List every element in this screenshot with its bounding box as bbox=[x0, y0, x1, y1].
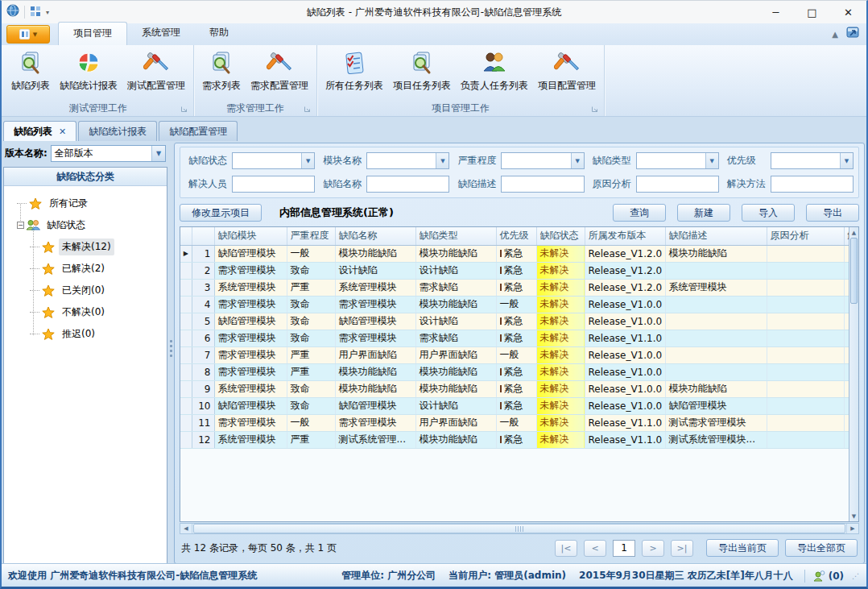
action-button-新建[interactable]: 新建 bbox=[677, 204, 730, 222]
ribbon-tab-2[interactable]: 系统管理 bbox=[127, 22, 195, 45]
table-row[interactable]: 7需求管理模块严重用户界面缺陷用户界面缺陷一般未解决Release_V1.0.0 bbox=[180, 346, 849, 363]
column-header-缺陷模块[interactable]: 缺陷模块 bbox=[214, 227, 287, 245]
filter-select-缺陷类型[interactable]: ▼ bbox=[636, 152, 719, 169]
sidebar-splitter[interactable] bbox=[167, 143, 174, 564]
filter-field-value[interactable] bbox=[502, 176, 583, 192]
scroll-right-icon[interactable]: ▶ bbox=[846, 524, 858, 533]
column-header-缺陷类型[interactable]: 缺陷类型 bbox=[415, 227, 496, 245]
resize-grip-icon[interactable]: ⋰ bbox=[852, 572, 860, 580]
tree-item-缺陷状态[interactable]: −缺陷状态 bbox=[7, 214, 163, 236]
doc-tab-2[interactable]: 缺陷统计报表 bbox=[78, 121, 157, 141]
tree-item-未解决(12)[interactable]: 未解决(12) bbox=[7, 236, 163, 258]
filter-select-优先级[interactable]: ▼ bbox=[771, 152, 854, 169]
version-combobox[interactable]: 全部版本 ▼ bbox=[51, 145, 166, 162]
column-header-严重程度[interactable]: 严重程度 bbox=[287, 227, 335, 245]
filter-field-value[interactable] bbox=[502, 153, 570, 168]
table-row[interactable]: 6需求管理模块致命需求管理模块需求缺陷紧急未解决Release_V1.1.0 bbox=[180, 330, 849, 346]
horizontal-scroll-thumb[interactable] bbox=[193, 524, 845, 533]
horizontal-scrollbar[interactable]: ◀ ▶ bbox=[180, 523, 859, 534]
table-row[interactable]: 4需求管理模块致命需求管理模块模块功能缺陷一般未解决Release_V1.0.0 bbox=[180, 296, 849, 313]
filter-select-缺陷状态[interactable]: ▼ bbox=[232, 152, 315, 169]
filter-field-value[interactable] bbox=[771, 176, 853, 192]
chevron-down-icon[interactable]: ▼ bbox=[436, 153, 448, 168]
table-row[interactable]: ▶1缺陷管理模块一般模块功能缺陷模块功能缺陷紧急未解决Release_V1.2.… bbox=[180, 245, 849, 262]
table-row[interactable]: 8需求管理模块严重模块功能缺陷模块功能缺陷紧急未解决Release_V1.0.0 bbox=[180, 363, 849, 380]
table-row[interactable]: 11需求管理模块一般需求管理模块用户界面缺陷一般未解决Release_V1.1.… bbox=[180, 414, 849, 431]
quick-access-caret-icon[interactable]: ▾ bbox=[46, 9, 49, 16]
tree-item-已解决(2)[interactable]: 已解决(2) bbox=[7, 258, 163, 280]
table-row[interactable]: 12系统管理模块严重测试系统管理...模块功能缺陷紧急未解决Release_V1… bbox=[180, 431, 849, 448]
quick-access-icon[interactable] bbox=[30, 5, 41, 20]
ribbon-button-缺陷列表[interactable]: 缺陷列表 bbox=[6, 48, 55, 94]
action-button-导出[interactable]: 导出 bbox=[806, 204, 859, 222]
column-header-index[interactable] bbox=[192, 227, 214, 245]
minimize-button[interactable]: ─ bbox=[758, 1, 794, 23]
doc-tab-3[interactable]: 缺陷配置管理 bbox=[159, 121, 238, 141]
filter-input-缺陷描述[interactable] bbox=[501, 176, 584, 193]
page-number-input[interactable] bbox=[613, 540, 635, 557]
ribbon-button-所有任务列表[interactable]: 所有任务列表 bbox=[320, 48, 388, 94]
ribbon-button-缺陷统计报表[interactable]: 缺陷统计报表 bbox=[55, 48, 122, 94]
filter-field-value[interactable] bbox=[637, 176, 718, 192]
column-header-原因分析[interactable]: 原因分析 bbox=[767, 227, 844, 245]
table-row[interactable]: 3系统管理模块严重系统管理模块需求缺陷紧急未解决Release_V1.2.0系统… bbox=[180, 279, 849, 296]
filter-field-value[interactable] bbox=[233, 176, 314, 192]
scroll-down-icon[interactable]: ▼ bbox=[849, 511, 858, 521]
filter-field-value[interactable] bbox=[233, 153, 301, 168]
user-person-icon[interactable] bbox=[813, 570, 825, 582]
filter-field-value[interactable] bbox=[637, 153, 705, 168]
modify-columns-button[interactable]: 修改显示项目 bbox=[180, 204, 262, 222]
ribbon-button-项目任务列表[interactable]: 项目任务列表 bbox=[388, 48, 456, 94]
tree-collapse-icon[interactable]: − bbox=[17, 222, 24, 229]
vertical-scroll-thumb[interactable] bbox=[850, 238, 858, 304]
close-button[interactable]: ✕ bbox=[830, 1, 866, 23]
column-header-缺陷名称[interactable]: 缺陷名称 bbox=[335, 227, 415, 245]
filter-input-缺陷名称[interactable] bbox=[366, 176, 449, 193]
ribbon-button-测试配置管理[interactable]: 测试配置管理 bbox=[122, 48, 190, 94]
filter-input-解决方法[interactable] bbox=[771, 176, 854, 193]
ribbon-button-项目配置管理[interactable]: 项目配置管理 bbox=[533, 48, 601, 94]
action-button-导入[interactable]: 导入 bbox=[742, 204, 795, 222]
column-header-优先级[interactable]: 优先级 bbox=[496, 227, 536, 245]
tree-item-已关闭(0)[interactable]: 已关闭(0) bbox=[7, 280, 163, 301]
dialog-launcher-icon[interactable] bbox=[180, 105, 188, 113]
chevron-down-icon[interactable]: ▼ bbox=[705, 153, 718, 168]
filter-field-value[interactable] bbox=[367, 153, 436, 168]
column-header-缺陷描述[interactable]: 缺陷描述 bbox=[665, 227, 767, 245]
prev-page-button[interactable]: < bbox=[584, 540, 606, 557]
tree-item-不解决(0)[interactable]: 不解决(0) bbox=[7, 301, 163, 323]
table-row[interactable]: 5缺陷管理模块致命缺陷管理模块设计缺陷紧急未解决Release_V1.0.0 bbox=[180, 313, 849, 330]
ribbon-tab-3[interactable]: 帮助 bbox=[195, 22, 243, 45]
export-all-pages-button[interactable]: 导出全部页 bbox=[785, 539, 858, 557]
ribbon-button-需求列表[interactable]: 需求列表 bbox=[197, 48, 246, 94]
chevron-down-icon[interactable]: ▼ bbox=[840, 153, 853, 168]
close-tab-icon[interactable]: ✕ bbox=[59, 127, 66, 137]
table-row[interactable]: 2需求管理模块致命设计缺陷设计缺陷紧急未解决Release_V1.2.0 bbox=[180, 262, 849, 279]
tree-item-推迟(0)[interactable]: 推迟(0) bbox=[7, 323, 163, 345]
first-page-button[interactable]: |< bbox=[555, 540, 577, 557]
ribbon-button-需求配置管理[interactable]: 需求配置管理 bbox=[246, 48, 313, 94]
skin-help-icon[interactable] bbox=[846, 26, 860, 42]
ribbon-tab-1[interactable]: 项目管理 bbox=[58, 22, 127, 45]
last-page-button[interactable]: >| bbox=[671, 540, 693, 557]
export-current-page-button[interactable]: 导出当前页 bbox=[706, 539, 779, 557]
collapse-ribbon-icon[interactable]: ▲ bbox=[832, 30, 838, 39]
filter-select-严重程度[interactable]: ▼ bbox=[501, 152, 584, 169]
filter-field-value[interactable] bbox=[367, 176, 448, 192]
filter-input-原因分析[interactable] bbox=[636, 176, 719, 193]
chevron-down-icon[interactable]: ▼ bbox=[301, 153, 314, 168]
tree-item-所有记录[interactable]: 所有记录 bbox=[7, 193, 163, 214]
message-count-badge[interactable]: (0) bbox=[829, 570, 844, 582]
application-menu-button[interactable]: ▼ bbox=[6, 25, 50, 44]
chevron-down-icon[interactable]: ▼ bbox=[571, 153, 584, 168]
maximize-button[interactable]: □ bbox=[794, 1, 830, 23]
filter-field-value[interactable] bbox=[771, 153, 840, 168]
dialog-launcher-icon[interactable] bbox=[304, 105, 312, 113]
table-row[interactable]: 9系统管理模块致命模块功能缺陷模块功能缺陷紧急未解决Release_V1.0.0… bbox=[180, 380, 849, 397]
vertical-scrollbar[interactable]: ▲ ▼ bbox=[849, 227, 858, 521]
dialog-launcher-icon[interactable] bbox=[591, 105, 599, 113]
scroll-up-icon[interactable]: ▲ bbox=[849, 227, 858, 238]
scroll-left-icon[interactable]: ◀ bbox=[180, 524, 192, 533]
table-row[interactable]: 10缺陷管理模块致命缺陷管理模块设计缺陷紧急未解决Release_V1.0.0缺… bbox=[180, 397, 849, 414]
filter-select-模块名称[interactable]: ▼ bbox=[366, 152, 449, 169]
